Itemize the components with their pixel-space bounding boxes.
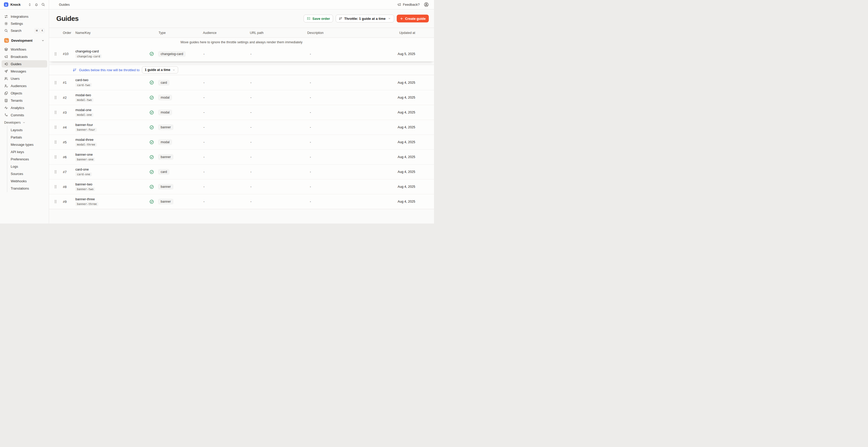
drag-handle-icon[interactable] [54,110,57,114]
table-row[interactable]: #4 banner-four banner-four banner - - - … [49,120,434,134]
sidebar-item-objects[interactable]: Objects [2,90,47,97]
create-guide-button[interactable]: Create guide [397,14,429,23]
sidebar-subitem[interactable]: Webhooks [7,177,49,185]
plus-icon [400,17,403,20]
guide-name[interactable]: changelog-card [75,49,147,53]
sidebar-item-audiences[interactable]: Audiences [2,82,47,90]
table-row[interactable]: #10 changelog-card changelog-card change… [49,46,434,61]
drag-handle-icon[interactable] [54,52,57,56]
sidebar-subitem[interactable]: Message types [7,141,49,148]
sidebar-header: k Knock [0,0,49,9]
guide-audience: - [200,170,247,174]
drag-handle-icon[interactable] [54,96,57,99]
guide-type-badge: card [158,80,169,86]
guide-name[interactable]: card-two [75,78,147,82]
guide-audience: - [200,81,247,85]
table-row[interactable]: #2 modal-two modal-two modal - - - Aug 4… [49,90,434,105]
guide-url-path: - [247,200,305,203]
throttle-amount-select[interactable]: 1 guide at a time [142,66,178,73]
sidebar-item-tenants[interactable]: Tenants [2,97,47,104]
sidebar-subitem-label: Layouts [11,128,23,132]
guide-name[interactable]: card-one [75,167,147,171]
status-active-icon [150,95,154,100]
guide-audience: - [200,125,247,129]
swap-arrows-icon [4,14,8,19]
guide-type-badge: banner [158,124,174,130]
guide-name[interactable]: modal-three [75,138,147,141]
table-row[interactable]: #1 card-two card-two card - - - Aug 4, 2… [49,75,434,90]
sidebar-item-users[interactable]: Users [2,75,47,82]
sidebar-item-commits[interactable]: Commits [2,111,47,119]
sidebar-subitem[interactable]: Layouts [7,126,49,133]
sidebar-item-workflows[interactable]: Workflows [2,45,47,53]
users-icon [4,77,8,81]
sidebar-item-label: Objects [11,91,22,95]
knock-logo[interactable]: k [4,2,8,7]
column-type: Type [156,31,200,35]
sidebar-subitem[interactable]: Logs [7,163,49,170]
user-avatar-icon[interactable] [424,2,429,7]
guide-order: #7 [61,170,74,174]
sidebar-subitem[interactable]: Partials [7,133,49,141]
guide-description: - [305,185,365,189]
search-icon[interactable] [41,3,45,6]
guide-url-path: - [247,125,305,129]
drag-handle-icon[interactable] [54,140,57,144]
guide-order: #9 [61,200,74,204]
developers-section-toggle[interactable]: Developers [0,119,49,126]
table-row[interactable]: #5 modal-three modal-three modal - - - A… [49,134,434,150]
sidebar-item-search[interactable]: Search ⌘ K [2,27,47,34]
copy-icon [4,91,8,95]
bell-icon[interactable] [34,3,38,6]
save-order-button[interactable]: Save order [304,14,333,23]
breadcrumb: Guides [59,3,70,6]
guide-name[interactable]: banner-four [75,123,147,127]
throttle-select[interactable]: Throttle: 1 guide at a time [336,14,394,23]
main-area: Guides Feedback? Guides Save order Throt… [49,0,434,224]
table-row[interactable]: #7 card-one card-one card - - - Aug 4, 2… [49,164,434,179]
guide-url-path: - [247,96,305,99]
sidebar-item-guides[interactable]: Guides [2,60,47,68]
column-description: Description [305,31,365,35]
guide-name[interactable]: banner-two [75,182,147,186]
throttle-select-value: Throttle: 1 guide at a time [344,17,385,21]
sidebar-subitem[interactable]: Translations [7,185,49,192]
sidebar-item-analytics[interactable]: Analytics [2,104,47,111]
guide-name[interactable]: banner-one [75,153,147,157]
guide-name[interactable]: modal-one [75,108,147,112]
sidebar-subitem[interactable]: Preferences [7,155,49,163]
sidebar-item-settings[interactable]: Settings [2,20,47,27]
sidebar-item-label: Analytics [11,106,24,110]
guide-name[interactable]: banner-three [75,197,147,201]
guide-description: - [305,200,365,203]
feedback-button[interactable]: Feedback? [397,3,420,6]
status-active-icon [150,155,154,159]
guide-updated-at: Aug 4, 2025 [365,140,434,144]
table-row[interactable]: #3 modal-one modal-one modal - - - Aug 4… [49,105,434,120]
environment-switcher[interactable]: Development [0,37,49,44]
guide-url-path: - [247,52,305,56]
sidebar-subitem[interactable]: API keys [7,148,49,155]
drag-handle-icon[interactable] [54,200,57,203]
drag-handle-icon[interactable] [54,81,57,85]
guide-updated-at: Aug 4, 2025 [365,155,434,159]
drag-handle-icon[interactable] [54,185,57,189]
sidebar-subitem[interactable]: Sources [7,170,49,177]
sidebar-item-broadcasts[interactable]: Broadcasts [2,53,47,60]
workspace-switcher-icon[interactable] [28,3,32,6]
table-row[interactable]: #9 banner-three banner-three banner - - … [49,194,434,209]
guide-url-path: - [247,155,305,159]
sidebar-subitem-label: Preferences [11,157,29,161]
status-active-icon [150,52,154,56]
table-row[interactable]: #8 banner-two banner-two banner - - - Au… [49,179,434,194]
sidebar-item-integrations[interactable]: Integrations [2,13,47,20]
drag-handle-icon[interactable] [54,170,57,174]
sidebar-item-messages[interactable]: Messages [2,68,47,75]
guide-name[interactable]: modal-two [75,93,147,97]
table-row[interactable]: #6 banner-one banner-one banner - - - Au… [49,150,434,164]
drag-handle-icon[interactable] [54,125,57,129]
guide-key-badge: modal-one [75,113,93,117]
drag-handle-icon[interactable] [54,155,57,159]
throttle-divider-text: Guides below this row will be throttled … [79,68,140,72]
column-updated-at: Updated at [365,31,434,35]
